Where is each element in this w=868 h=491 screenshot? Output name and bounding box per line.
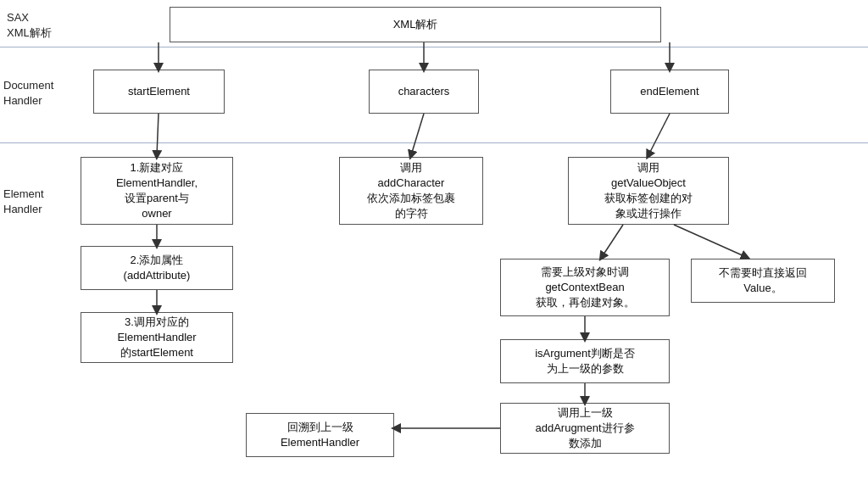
- svg-line-10: [674, 225, 746, 257]
- box-element-handler-2: 2.添加属性 (addAttribute): [81, 246, 233, 290]
- svg-line-9: [602, 225, 623, 257]
- label-sax: SAXXML解析: [7, 10, 70, 41]
- box-add-argument: 调用上一级 addArugment进行参 数添加: [500, 403, 670, 454]
- box-element-handler-1: 1.新建对应 ElementHandler, 设置parent与 owner: [81, 157, 233, 225]
- box-characters: characters: [369, 70, 479, 114]
- box-trace-back: 回溯到上一级 ElementHandler: [246, 413, 394, 457]
- box-no-need-return: 不需要时直接返回 Value。: [691, 259, 835, 303]
- box-get-value-object: 调用 getValueObject 获取标签创建的对 象或进行操作: [568, 157, 729, 225]
- diagram-container: SAXXML解析 DocumentHandler ElementHandler …: [0, 0, 868, 491]
- svg-line-7: [411, 114, 424, 155]
- box-add-character: 调用 addCharacter 依次添加标签包裹 的字符: [339, 157, 483, 225]
- label-element-handler: ElementHandler: [3, 187, 67, 217]
- svg-line-8: [648, 114, 670, 155]
- box-get-context-bean: 需要上级对象时调 getContextBean 获取，再创建对象。: [500, 259, 670, 316]
- box-element-handler-3: 3.调用对应的 ElementHandler 的startElement: [81, 312, 233, 363]
- box-end-element: endElement: [610, 70, 729, 114]
- divider-middle: [0, 142, 868, 143]
- svg-line-4: [157, 114, 159, 155]
- box-is-argument: isArgument判断是否 为上一级的参数: [500, 339, 670, 383]
- label-document-handler: DocumentHandler: [3, 78, 67, 109]
- box-xml-parse: XML解析: [170, 7, 661, 42]
- divider-top: [0, 47, 868, 47]
- box-start-element: startElement: [93, 70, 225, 114]
